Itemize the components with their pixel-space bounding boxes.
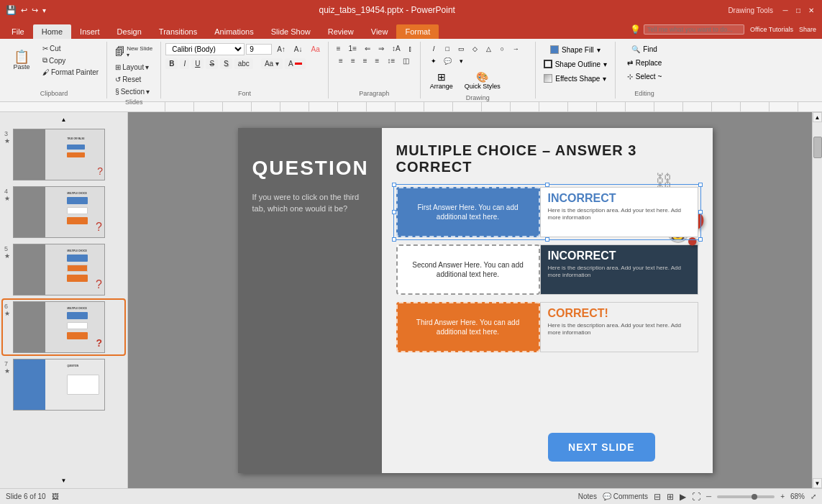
view-normal-button[interactable]: ⊟: [654, 492, 661, 502]
shape-effects-button[interactable]: Effects Shape ▾: [540, 72, 610, 85]
underline-button[interactable]: U: [191, 58, 204, 69]
reset-button[interactable]: ↺ Reset: [111, 74, 145, 85]
save-icon[interactable]: 💾: [6, 5, 17, 15]
result-box-1[interactable]: INCORRECT Here is the description area. …: [540, 187, 698, 237]
shape-star[interactable]: ✦: [427, 55, 440, 67]
text-direction-button[interactable]: ↕A: [388, 43, 404, 54]
bullets-button[interactable]: ≡: [333, 43, 344, 54]
select-button[interactable]: ⊹ Select ~: [624, 70, 665, 83]
shape-outline-button[interactable]: Shape Outline ▾: [540, 58, 611, 70]
tab-transitions[interactable]: Transitions: [150, 24, 206, 39]
comments-button[interactable]: 💬 Comments: [603, 492, 648, 500]
increase-indent-button[interactable]: ⇒: [375, 43, 388, 54]
next-slide-button[interactable]: NEXT SLIDE: [548, 433, 654, 462]
shape-oval[interactable]: ○: [496, 43, 508, 55]
redo-icon[interactable]: ↪: [32, 6, 38, 15]
slide-thumb-6[interactable]: 6 ★ MULTIPLE CHOICE ?: [3, 300, 124, 354]
slide-thumb-7[interactable]: 7 ★ QUESTION: [3, 357, 124, 412]
panel-scroll-up[interactable]: ▲: [3, 115, 124, 124]
tab-design[interactable]: Design: [109, 24, 150, 39]
shape-more[interactable]: ▾: [455, 55, 467, 67]
columns-button[interactable]: ⫿: [405, 43, 416, 54]
quick-styles-button[interactable]: 🎨 Quick Styles: [460, 68, 506, 93]
paste-button[interactable]: 📋 Paste: [6, 43, 37, 78]
new-slide-button[interactable]: 🗐 New Slide ▾: [111, 43, 156, 60]
arrange-button[interactable]: ⊞ Arrange: [425, 68, 458, 93]
tab-view[interactable]: View: [362, 24, 397, 39]
panel-scroll-down[interactable]: ▼: [3, 476, 124, 485]
result-label-3: CORRECT!: [548, 307, 690, 320]
format-painter-button[interactable]: 🖌 Format Painter: [39, 67, 102, 78]
view-reading-button[interactable]: ▶: [680, 492, 686, 502]
copy-button[interactable]: ⧉ Copy: [39, 55, 102, 66]
tab-file[interactable]: File: [3, 24, 33, 39]
shape-triangle[interactable]: △: [482, 43, 495, 55]
answer-box-3[interactable]: Third Answer Here. You can add additiona…: [396, 302, 540, 352]
maximize-button[interactable]: □: [793, 5, 803, 15]
shadow-button[interactable]: S: [220, 58, 232, 69]
shape-arrow[interactable]: →: [509, 43, 522, 55]
shape-diamond[interactable]: ◇: [468, 43, 481, 55]
result-box-3[interactable]: CORRECT! Here is the description area. A…: [540, 302, 698, 352]
layout-button[interactable]: ⊞ Layout ▾: [111, 62, 152, 73]
smart-art-button[interactable]: ◫: [399, 55, 413, 66]
replace-button[interactable]: ⇄ Replace: [624, 57, 666, 69]
fit-window-button[interactable]: ⤢: [810, 492, 816, 500]
font-size-input[interactable]: [246, 44, 272, 55]
shape-line[interactable]: /: [427, 43, 440, 55]
result-box-2[interactable]: INCORRECT Here is the description area. …: [540, 244, 698, 295]
shape-fill-button[interactable]: Shape Fill ▾: [547, 43, 603, 56]
clear-formatting-button[interactable]: abc: [234, 58, 253, 69]
strikethrough-button[interactable]: S: [206, 58, 218, 69]
decrease-font-button[interactable]: A↓: [291, 44, 306, 55]
notes-button[interactable]: Notes: [578, 492, 597, 500]
view-slide-sorter-button[interactable]: ⊞: [667, 492, 674, 502]
numbering-button[interactable]: 1≡: [345, 43, 360, 54]
tab-insert[interactable]: Insert: [71, 24, 109, 39]
shape-rounded-rect[interactable]: ▭: [455, 43, 467, 55]
italic-button[interactable]: I: [180, 58, 189, 69]
bold-button[interactable]: B: [165, 58, 178, 69]
tell-me-input[interactable]: [644, 24, 744, 35]
close-button[interactable]: ✕: [806, 5, 816, 15]
tab-format[interactable]: Format: [396, 24, 439, 39]
minimize-button[interactable]: ─: [780, 5, 790, 15]
scroll-track: [813, 122, 822, 478]
scroll-down-button[interactable]: ▼: [813, 478, 822, 488]
slide-thumb-3[interactable]: 3 ★ TRUE OR FALSE ?: [3, 127, 124, 182]
zoom-slider[interactable]: [717, 495, 775, 498]
tab-home[interactable]: Home: [33, 24, 71, 39]
zoom-out-button[interactable]: ─: [706, 492, 711, 500]
align-right-button[interactable]: ≡: [360, 55, 371, 66]
section-button[interactable]: § Section ▾: [111, 86, 153, 97]
cut-button[interactable]: ✂ Cut: [39, 43, 102, 54]
change-case-button[interactable]: Aa ▾: [261, 58, 283, 69]
clear-format-button[interactable]: Aa: [308, 44, 324, 55]
align-center-button[interactable]: ≡: [347, 55, 359, 66]
font-color-button[interactable]: A: [285, 58, 306, 69]
undo-icon[interactable]: ↩: [21, 6, 27, 15]
justify-button[interactable]: ≡: [372, 55, 383, 66]
zoom-in-button[interactable]: +: [780, 492, 785, 500]
align-left-button[interactable]: ≡: [335, 55, 347, 66]
line-spacing-button[interactable]: ↕≡: [383, 55, 398, 66]
tab-animations[interactable]: Animations: [206, 24, 262, 39]
find-button[interactable]: 🔍 Find: [628, 43, 660, 55]
share-button[interactable]: Share: [799, 26, 816, 33]
scroll-thumb[interactable]: [813, 137, 822, 158]
decrease-indent-button[interactable]: ⇐: [361, 43, 374, 54]
font-family-select[interactable]: Calibri (Body): [165, 43, 245, 55]
tab-slideshow[interactable]: Slide Show: [262, 24, 319, 39]
answer-box-2[interactable]: Second Answer Here. You can add addition…: [396, 244, 540, 295]
increase-font-button[interactable]: A↑: [273, 44, 289, 55]
shape-rect[interactable]: □: [441, 43, 454, 55]
office-tutorials-link[interactable]: Office Tutorials: [750, 26, 793, 33]
vertical-scrollbar[interactable]: ▲ ▼: [812, 112, 822, 488]
shape-callout[interactable]: 💬: [441, 55, 454, 67]
scroll-up-button[interactable]: ▲: [813, 112, 822, 122]
slide-thumb-4[interactable]: 4 ★ MULTIPLE CHOICE ?: [3, 185, 124, 239]
view-presenter-button[interactable]: ⛶: [692, 492, 700, 502]
tab-review[interactable]: Review: [319, 24, 362, 39]
slide-thumb-5[interactable]: 5 ★ MULTIPLE CHOICE ?: [3, 242, 124, 297]
answer-box-1[interactable]: First Answer Here. You can add additiona…: [396, 187, 540, 237]
